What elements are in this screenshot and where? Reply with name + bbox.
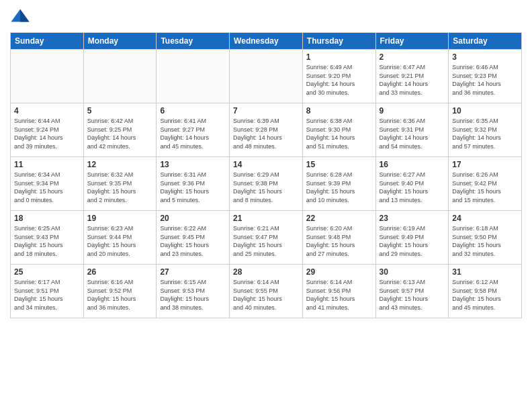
day-info: Sunrise: 6:32 AM Sunset: 9:35 PM Dayligh… <box>87 171 153 204</box>
calendar-cell: 21Sunrise: 6:21 AM Sunset: 9:47 PM Dayli… <box>230 211 303 265</box>
day-number: 17 <box>452 160 518 169</box>
day-number: 12 <box>87 160 153 169</box>
day-info: Sunrise: 6:31 AM Sunset: 9:36 PM Dayligh… <box>160 171 226 204</box>
day-number: 16 <box>380 160 445 169</box>
day-info: Sunrise: 6:41 AM Sunset: 9:27 PM Dayligh… <box>160 117 226 150</box>
calendar: SundayMondayTuesdayWednesdayThursdayFrid… <box>10 32 522 318</box>
day-info: Sunrise: 6:19 AM Sunset: 9:49 PM Dayligh… <box>380 224 445 258</box>
calendar-cell: 9Sunrise: 6:36 AM Sunset: 9:31 PM Daylig… <box>375 103 449 157</box>
day-number: 8 <box>306 106 372 116</box>
day-info: Sunrise: 6:27 AM Sunset: 9:40 PM Dayligh… <box>380 171 445 204</box>
logo-icon <box>10 7 30 27</box>
weekday-header: Monday <box>83 33 157 50</box>
calendar-cell: 8Sunrise: 6:38 AM Sunset: 9:30 PM Daylig… <box>302 103 375 157</box>
day-info: Sunrise: 6:20 AM Sunset: 9:48 PM Dayligh… <box>306 224 372 258</box>
day-number: 2 <box>380 52 445 62</box>
calendar-cell: 23Sunrise: 6:19 AM Sunset: 9:49 PM Dayli… <box>375 211 449 265</box>
calendar-week-row: 18Sunrise: 6:25 AM Sunset: 9:43 PM Dayli… <box>11 211 522 265</box>
day-number: 9 <box>380 106 445 116</box>
calendar-cell: 26Sunrise: 6:16 AM Sunset: 9:52 PM Dayli… <box>83 265 157 318</box>
day-info: Sunrise: 6:38 AM Sunset: 9:30 PM Dayligh… <box>306 117 372 150</box>
day-info: Sunrise: 6:17 AM Sunset: 9:51 PM Dayligh… <box>14 278 80 312</box>
day-number: 3 <box>452 52 518 62</box>
weekday-header-row: SundayMondayTuesdayWednesdayThursdayFrid… <box>11 33 522 50</box>
calendar-cell: 2Sunrise: 6:47 AM Sunset: 9:21 PM Daylig… <box>375 50 449 103</box>
day-number: 6 <box>160 106 226 116</box>
day-number: 15 <box>306 160 372 169</box>
day-number: 30 <box>380 267 445 277</box>
day-number: 22 <box>306 214 372 223</box>
calendar-cell: 29Sunrise: 6:14 AM Sunset: 9:56 PM Dayli… <box>302 265 375 318</box>
calendar-week-row: 1Sunrise: 6:49 AM Sunset: 9:20 PM Daylig… <box>11 50 522 103</box>
day-info: Sunrise: 6:36 AM Sunset: 9:31 PM Dayligh… <box>380 117 445 150</box>
day-info: Sunrise: 6:39 AM Sunset: 9:28 PM Dayligh… <box>233 117 299 150</box>
day-number: 27 <box>160 267 226 277</box>
day-number: 23 <box>380 214 445 223</box>
day-info: Sunrise: 6:13 AM Sunset: 9:57 PM Dayligh… <box>380 278 445 312</box>
calendar-cell: 20Sunrise: 6:22 AM Sunset: 9:45 PM Dayli… <box>157 211 230 265</box>
calendar-cell: 22Sunrise: 6:20 AM Sunset: 9:48 PM Dayli… <box>302 211 375 265</box>
calendar-cell: 10Sunrise: 6:35 AM Sunset: 9:32 PM Dayli… <box>449 103 522 157</box>
calendar-cell: 27Sunrise: 6:15 AM Sunset: 9:53 PM Dayli… <box>157 265 230 318</box>
day-info: Sunrise: 6:15 AM Sunset: 9:53 PM Dayligh… <box>160 278 226 312</box>
calendar-cell <box>11 50 84 103</box>
day-number: 7 <box>233 106 299 116</box>
calendar-cell: 17Sunrise: 6:26 AM Sunset: 9:42 PM Dayli… <box>449 157 522 211</box>
weekday-header: Tuesday <box>157 33 230 50</box>
calendar-cell: 15Sunrise: 6:28 AM Sunset: 9:39 PM Dayli… <box>302 157 375 211</box>
day-number: 25 <box>14 267 80 277</box>
day-number: 24 <box>452 214 518 223</box>
day-info: Sunrise: 6:23 AM Sunset: 9:44 PM Dayligh… <box>87 224 153 258</box>
calendar-cell <box>157 50 230 103</box>
day-info: Sunrise: 6:49 AM Sunset: 9:20 PM Dayligh… <box>306 63 372 97</box>
calendar-cell: 16Sunrise: 6:27 AM Sunset: 9:40 PM Dayli… <box>375 157 449 211</box>
day-info: Sunrise: 6:26 AM Sunset: 9:42 PM Dayligh… <box>452 171 518 204</box>
weekday-header: Wednesday <box>230 33 303 50</box>
day-number: 11 <box>14 160 80 169</box>
calendar-cell: 25Sunrise: 6:17 AM Sunset: 9:51 PM Dayli… <box>11 265 84 318</box>
day-number: 18 <box>14 214 80 223</box>
day-number: 29 <box>306 267 372 277</box>
calendar-week-row: 4Sunrise: 6:44 AM Sunset: 9:24 PM Daylig… <box>11 103 522 157</box>
calendar-cell: 4Sunrise: 6:44 AM Sunset: 9:24 PM Daylig… <box>11 103 84 157</box>
day-info: Sunrise: 6:47 AM Sunset: 9:21 PM Dayligh… <box>380 63 445 97</box>
calendar-cell: 14Sunrise: 6:29 AM Sunset: 9:38 PM Dayli… <box>230 157 303 211</box>
day-number: 13 <box>160 160 226 169</box>
calendar-cell: 13Sunrise: 6:31 AM Sunset: 9:36 PM Dayli… <box>157 157 230 211</box>
day-number: 19 <box>87 214 153 223</box>
calendar-cell: 3Sunrise: 6:46 AM Sunset: 9:23 PM Daylig… <box>449 50 522 103</box>
day-info: Sunrise: 6:46 AM Sunset: 9:23 PM Dayligh… <box>452 63 518 97</box>
day-info: Sunrise: 6:28 AM Sunset: 9:39 PM Dayligh… <box>306 171 372 204</box>
calendar-cell: 1Sunrise: 6:49 AM Sunset: 9:20 PM Daylig… <box>302 50 375 103</box>
calendar-cell: 12Sunrise: 6:32 AM Sunset: 9:35 PM Dayli… <box>83 157 157 211</box>
calendar-week-row: 25Sunrise: 6:17 AM Sunset: 9:51 PM Dayli… <box>11 265 522 318</box>
day-number: 20 <box>160 214 226 223</box>
day-info: Sunrise: 6:35 AM Sunset: 9:32 PM Dayligh… <box>452 117 518 150</box>
calendar-cell: 11Sunrise: 6:34 AM Sunset: 9:34 PM Dayli… <box>11 157 84 211</box>
page: SundayMondayTuesdayWednesdayThursdayFrid… <box>0 0 532 411</box>
calendar-cell: 18Sunrise: 6:25 AM Sunset: 9:43 PM Dayli… <box>11 211 84 265</box>
day-info: Sunrise: 6:44 AM Sunset: 9:24 PM Dayligh… <box>14 117 80 150</box>
header <box>10 7 522 27</box>
day-number: 26 <box>87 267 153 277</box>
day-number: 1 <box>306 52 372 62</box>
day-number: 4 <box>14 106 80 116</box>
day-number: 5 <box>87 106 153 116</box>
calendar-cell: 5Sunrise: 6:42 AM Sunset: 9:25 PM Daylig… <box>83 103 157 157</box>
day-number: 31 <box>452 267 518 277</box>
day-number: 21 <box>233 214 299 223</box>
day-number: 10 <box>452 106 518 116</box>
calendar-cell: 30Sunrise: 6:13 AM Sunset: 9:57 PM Dayli… <box>375 265 449 318</box>
day-info: Sunrise: 6:29 AM Sunset: 9:38 PM Dayligh… <box>233 171 299 204</box>
day-info: Sunrise: 6:14 AM Sunset: 9:55 PM Dayligh… <box>233 278 299 312</box>
day-info: Sunrise: 6:25 AM Sunset: 9:43 PM Dayligh… <box>14 224 80 258</box>
weekday-header: Sunday <box>11 33 84 50</box>
day-info: Sunrise: 6:42 AM Sunset: 9:25 PM Dayligh… <box>87 117 153 150</box>
calendar-cell: 6Sunrise: 6:41 AM Sunset: 9:27 PM Daylig… <box>157 103 230 157</box>
weekday-header: Saturday <box>449 33 522 50</box>
svg-marker-1 <box>20 9 30 22</box>
day-info: Sunrise: 6:22 AM Sunset: 9:45 PM Dayligh… <box>160 224 226 258</box>
calendar-cell: 31Sunrise: 6:12 AM Sunset: 9:58 PM Dayli… <box>449 265 522 318</box>
calendar-week-row: 11Sunrise: 6:34 AM Sunset: 9:34 PM Dayli… <box>11 157 522 211</box>
weekday-header: Thursday <box>302 33 375 50</box>
